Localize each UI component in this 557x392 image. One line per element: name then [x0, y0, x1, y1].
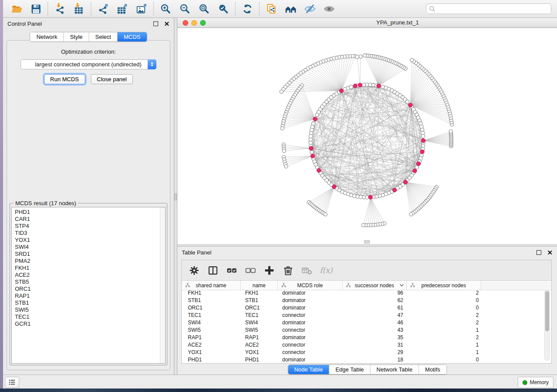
mcds-result-list[interactable]: PHD1CAR1STP4TID3YOX1SWI4SRD1PMA2FKH1ACE2… [11, 207, 166, 364]
mcds-result-item[interactable]: PHD1 [15, 209, 165, 216]
mcds-result-item[interactable]: STP4 [15, 223, 165, 230]
tab-network-table[interactable]: Network Table [370, 365, 419, 374]
close-panel-icon[interactable]: ✕ [547, 251, 553, 254]
node-table-container: f(x) shared namenameMCDS rolesuccessor n… [181, 260, 552, 364]
tab-select[interactable]: Select [89, 32, 117, 41]
network-canvas[interactable] [177, 28, 557, 245]
mcds-result-item[interactable]: YOX1 [15, 237, 165, 244]
table-scrollbar[interactable] [544, 290, 550, 361]
tab-node-table[interactable]: Node Table [288, 365, 329, 374]
control-panel-title: Control Panel [7, 21, 42, 27]
vertical-splitter[interactable] [174, 18, 177, 375]
delete-table-icon[interactable] [300, 264, 313, 277]
column-header-predecessor-nodes[interactable]: predecessor nodes [407, 281, 481, 290]
cell-predecessor_nodes: 1 [407, 327, 481, 334]
show-all-icon[interactable] [322, 2, 336, 16]
cell-name: SWI4 [241, 319, 278, 327]
table-row[interactable]: SWI4SWI4dominator462 [182, 319, 551, 327]
settings-icon[interactable] [187, 264, 201, 277]
optimization-criterion-select[interactable]: largest connected component (undirected) [21, 59, 156, 69]
traffic-light-minimize[interactable] [191, 20, 197, 26]
table-scrollbar-thumb[interactable] [545, 291, 549, 331]
mcds-result-item[interactable]: STB1 [15, 299, 165, 306]
memory-button[interactable]: Memory [518, 377, 554, 388]
columns-icon[interactable] [206, 264, 219, 277]
cell-mcds_role: connector [278, 349, 343, 356]
mcds-result-item[interactable]: CAR1 [15, 216, 165, 223]
mcds-result-item[interactable]: TEC1 [15, 313, 165, 320]
export-network-icon[interactable] [96, 2, 110, 16]
column-header-MCDS-role[interactable]: MCDS role [278, 281, 343, 290]
table-row[interactable]: ACE2ACE2connector311 [182, 341, 551, 349]
mcds-result-item[interactable]: SWI5 [15, 306, 165, 313]
zoom-in-icon[interactable] [159, 2, 173, 16]
deselect-all-icon[interactable] [244, 264, 257, 277]
refresh-icon[interactable] [240, 2, 254, 16]
mcds-result-item[interactable]: GCR1 [15, 320, 165, 327]
zoom-fit-icon[interactable] [197, 2, 211, 16]
table-row[interactable]: STB1STB1dominator620 [182, 297, 551, 304]
cell-name: FKH1 [241, 289, 278, 297]
traffic-light-maximize[interactable] [200, 20, 206, 26]
tab-edge-table[interactable]: Edge Table [329, 365, 370, 374]
zoom-selected-icon[interactable] [216, 2, 230, 16]
import-table-icon[interactable] [72, 2, 86, 16]
network-window-title: YPA_prune.txt_1 [376, 18, 419, 27]
save-session-icon[interactable] [29, 2, 43, 16]
column-header-shared-name[interactable]: shared name [182, 281, 241, 290]
mcds-result-item[interactable]: SWI4 [15, 244, 165, 251]
add-row-icon[interactable] [263, 264, 276, 277]
column-header-name[interactable]: name [241, 281, 278, 290]
canvas-splitter-handle[interactable] [364, 240, 370, 244]
mcds-list-scrollbar[interactable] [160, 207, 165, 363]
header-filler [481, 281, 551, 290]
cell-predecessor_nodes: 0 [407, 297, 481, 304]
float-panel-icon[interactable] [536, 250, 541, 255]
close-panel-button[interactable]: Close panel [91, 74, 133, 84]
column-header-successor-nodes[interactable]: successor nodes [343, 281, 407, 290]
network-window-titlebar[interactable]: YPA_prune.txt_1 [177, 18, 557, 28]
table-row[interactable]: ORC1ORC1dominator610 [182, 304, 551, 312]
export-image-icon[interactable] [135, 2, 149, 16]
main-toolbar [3, 0, 557, 18]
traffic-light-close[interactable] [183, 20, 188, 26]
vertical-splitter-handle[interactable] [174, 193, 177, 200]
table-row[interactable]: PHD1PHD1dominator180 [182, 356, 551, 363]
table-row[interactable]: SWI5SWI5connector431 [182, 327, 551, 334]
tab-motifs[interactable]: Motifs [419, 365, 446, 374]
select-all-icon[interactable] [225, 264, 238, 277]
mcds-result-item[interactable]: SRD1 [15, 251, 165, 258]
mcds-result-item[interactable]: RAP1 [15, 292, 165, 299]
first-neighbors-icon[interactable] [284, 2, 298, 16]
hide-selected-icon[interactable] [303, 2, 317, 16]
mcds-result-item[interactable]: FKH1 [15, 265, 165, 272]
network-view-window: YPA_prune.txt_1 [177, 18, 557, 244]
mcds-result-item[interactable]: STB5 [15, 279, 165, 285]
cell-successor_nodes: 96 [343, 289, 407, 297]
export-table-icon[interactable] [115, 2, 129, 16]
tab-network[interactable]: Network [30, 32, 63, 41]
table-row[interactable]: TEC1TEC1connector472 [182, 312, 551, 319]
mcds-result-item[interactable]: ACE2 [15, 272, 165, 279]
column-label: MCDS role [297, 282, 323, 289]
table-row[interactable]: YOX1YOX1connector291 [182, 349, 551, 356]
import-network-icon[interactable] [53, 2, 67, 16]
table-row[interactable]: RAP1RAP1dominator352 [182, 334, 551, 341]
delete-row-icon[interactable] [281, 264, 294, 277]
tab-style[interactable]: Style [63, 32, 89, 41]
mcds-result-item[interactable]: PMA2 [15, 258, 165, 265]
zoom-out-icon[interactable] [178, 2, 192, 16]
table-row[interactable]: FKH1FKH1dominator962 [182, 289, 551, 297]
open-file-icon[interactable] [10, 2, 24, 16]
close-panel-icon[interactable]: ✕ [164, 22, 170, 26]
mcds-result-item[interactable]: TID3 [15, 230, 165, 237]
mcds-result-item[interactable]: ORC1 [15, 285, 165, 292]
task-history-button[interactable] [5, 377, 19, 388]
cell-shared_name: RAP1 [182, 334, 241, 341]
cell-shared_name: YOX1 [182, 349, 241, 356]
tab-mcds[interactable]: MCDS [117, 32, 146, 41]
clone-network-icon[interactable] [264, 2, 278, 16]
float-panel-icon[interactable] [153, 21, 158, 26]
run-mcds-button[interactable]: Run MCDS [44, 74, 85, 84]
search-input[interactable] [426, 3, 551, 14]
